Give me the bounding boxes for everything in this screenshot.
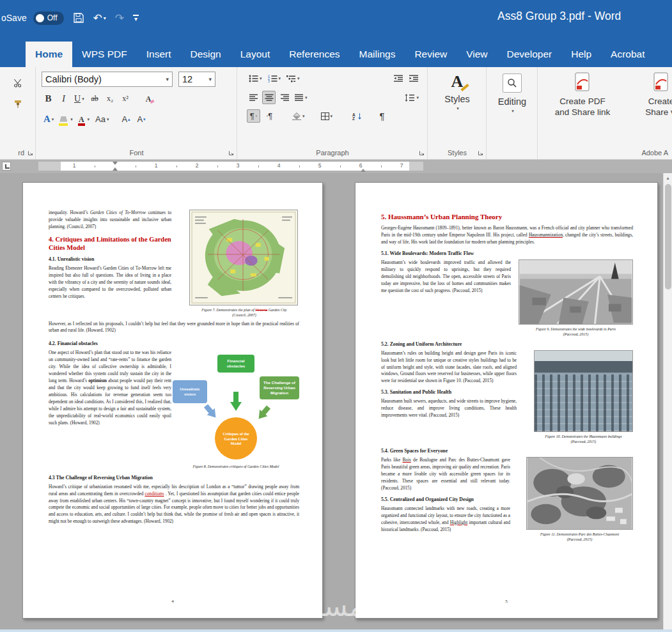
save-icon bbox=[73, 12, 84, 24]
tab-references[interactable]: References bbox=[279, 42, 349, 67]
text-effects-button[interactable]: A▾ bbox=[42, 112, 56, 126]
figure10-building-image[interactable] bbox=[534, 350, 633, 432]
heading-4-3: 4.3 The Challenge of Reversing Urban Mig… bbox=[49, 475, 299, 481]
bullets-button[interactable]: ▾ bbox=[247, 72, 264, 85]
undo-button[interactable]: ↶▾ bbox=[93, 12, 106, 25]
underline-button[interactable]: U▾ bbox=[72, 92, 86, 105]
multilevel-list-icon bbox=[286, 75, 296, 82]
strikethrough-button[interactable]: ab bbox=[88, 92, 102, 105]
font-dialog-launcher[interactable] bbox=[228, 150, 234, 156]
sort-az-icon: AZ bbox=[352, 112, 363, 120]
increase-indent-button[interactable] bbox=[407, 72, 421, 85]
para-marked-word: Haussmannization bbox=[529, 233, 563, 238]
shrink-font-button[interactable]: A▾ bbox=[134, 112, 148, 126]
scrollbar-thumb[interactable] bbox=[665, 184, 671, 289]
create-share-label-line2: Share vi bbox=[645, 107, 672, 118]
editing-button[interactable]: Editing ▾ bbox=[487, 67, 537, 114]
change-case-button[interactable]: Aa▾ bbox=[93, 112, 111, 126]
tab-developer[interactable]: Developer bbox=[497, 42, 562, 67]
right-indent-marker[interactable] bbox=[361, 169, 366, 172]
ltr-direction-button[interactable]: ¶› bbox=[247, 109, 260, 123]
decrease-indent-button[interactable] bbox=[392, 72, 405, 85]
quick-access-toolbar: oSave Off ↶▾ ↷ ▾ bbox=[0, 0, 139, 36]
clear-formatting-button[interactable]: A bbox=[142, 92, 155, 105]
styles-button-label: Styles bbox=[444, 94, 470, 104]
autosave-label: oSave bbox=[1, 13, 27, 23]
tab-wps-pdf[interactable]: WPS PDF bbox=[72, 42, 137, 67]
highlight-color-button[interactable]: ▾ bbox=[58, 112, 75, 126]
italic-button[interactable]: I bbox=[57, 92, 70, 105]
tab-help[interactable]: Help bbox=[561, 42, 601, 67]
figure8-diagram-image[interactable]: Financial obstacles Unrealistic vision T… bbox=[173, 355, 299, 462]
tab-layout[interactable]: Layout bbox=[231, 42, 280, 67]
styles-dialog-launcher[interactable] bbox=[478, 150, 483, 156]
create-pdf-share-button[interactable]: Create PDF and Share link bbox=[545, 72, 620, 118]
status-bar-edge bbox=[0, 629, 672, 632]
rtl-direction-button[interactable]: ‹¶ bbox=[262, 109, 276, 123]
font-color-button[interactable]: A▾ bbox=[77, 112, 91, 126]
customize-qat-button[interactable]: ▾ bbox=[133, 15, 139, 21]
tab-review[interactable]: Review bbox=[405, 42, 457, 67]
document-page-4[interactable]: inequality. Howard’s Garden Cities of To… bbox=[22, 182, 323, 619]
styles-button[interactable]: A Styles ▾ bbox=[428, 67, 486, 111]
bold-button[interactable]: B bbox=[42, 92, 55, 105]
hanging-indent-marker[interactable] bbox=[113, 167, 118, 171]
chevron-down-icon: ▾ bbox=[457, 106, 459, 111]
figure11-park-image[interactable] bbox=[526, 457, 633, 530]
chevron-down-icon: ▾ bbox=[260, 76, 262, 81]
editing-button-label: Editing bbox=[498, 96, 526, 107]
caption-text: Figure 7. Demonstrates the plan of bbox=[201, 308, 255, 312]
font-name-select[interactable]: Calibri (Body) ▾ bbox=[42, 72, 173, 87]
tab-design[interactable]: Design bbox=[180, 42, 230, 67]
figure7-map-image[interactable] bbox=[189, 210, 298, 305]
sort-button[interactable]: AZ bbox=[350, 109, 364, 123]
show-hide-pilcrow-button[interactable]: ¶ bbox=[375, 109, 389, 123]
page-number: 5 bbox=[356, 599, 657, 604]
subscript-button[interactable]: x₂ bbox=[104, 92, 117, 105]
font-size-select[interactable]: 12 ▾ bbox=[178, 72, 215, 87]
tab-home[interactable]: Home bbox=[26, 42, 72, 67]
line-spacing-button[interactable]: ▾ bbox=[403, 91, 421, 104]
building-windows-texture bbox=[535, 374, 632, 431]
para-marked-word: Bois bbox=[403, 458, 411, 463]
shading-button[interactable]: ▾ bbox=[290, 109, 307, 123]
clipboard-dialog-launcher[interactable] bbox=[27, 150, 33, 156]
heading-5-1: 5.1. Wide Boulevards: Modern Traffic Flo… bbox=[381, 250, 633, 256]
create-and-share-button[interactable]: Create Share vi bbox=[623, 72, 672, 118]
document-page-5[interactable]: 5. Haussmann’s Urban Planning Theory Geo… bbox=[355, 182, 658, 619]
scroll-up-arrow-icon[interactable]: ▴ bbox=[664, 173, 672, 183]
superscript-button[interactable]: x² bbox=[119, 92, 132, 105]
paragraph: However, as I reflected on his proposals… bbox=[49, 321, 299, 335]
tab-view[interactable]: View bbox=[457, 42, 497, 67]
first-line-indent-marker[interactable] bbox=[113, 162, 118, 165]
grow-font-button[interactable]: A▴ bbox=[119, 112, 132, 126]
vertical-scrollbar[interactable]: ▴ bbox=[663, 173, 672, 629]
cut-button[interactable] bbox=[11, 76, 24, 89]
align-left-button[interactable] bbox=[247, 91, 260, 104]
multilevel-list-button[interactable]: ▾ bbox=[285, 72, 302, 85]
justify-icon bbox=[295, 94, 304, 102]
align-right-button[interactable] bbox=[277, 91, 291, 104]
autosave-toggle[interactable]: Off bbox=[33, 12, 64, 25]
ruler-number: 2 bbox=[196, 162, 199, 169]
paragraph-dialog-launcher[interactable] bbox=[419, 150, 425, 156]
justify-button[interactable]: ▾ bbox=[293, 91, 309, 104]
align-center-button[interactable] bbox=[262, 91, 276, 104]
paragraph: Howard’s critique of urbanization resona… bbox=[49, 484, 299, 526]
borders-button[interactable]: ▾ bbox=[319, 109, 335, 123]
figure7-caption: Figure 7. Demonstrates the plan of Victo… bbox=[189, 307, 299, 318]
font-size-value: 12 bbox=[182, 74, 192, 84]
chevron-down-icon: ▾ bbox=[331, 114, 333, 119]
tab-mailings[interactable]: Mailings bbox=[350, 42, 405, 67]
tab-acrobat[interactable]: Acrobat bbox=[601, 42, 654, 67]
save-button[interactable] bbox=[73, 12, 84, 24]
tab-insert[interactable]: Insert bbox=[137, 42, 181, 67]
numbering-button[interactable]: 1123▾ bbox=[266, 72, 283, 85]
redo-button[interactable]: ↷ bbox=[115, 12, 124, 25]
format-painter-button[interactable] bbox=[11, 97, 24, 111]
horizontal-ruler[interactable]: 1 1 2 3 4 5 6 7 bbox=[0, 160, 672, 173]
rtl-pilcrow-glyph: ¶ bbox=[268, 111, 272, 121]
figure9-paris-image[interactable] bbox=[519, 259, 633, 325]
tab-selector[interactable] bbox=[2, 162, 11, 171]
clipboard-group: rd bbox=[0, 67, 36, 159]
